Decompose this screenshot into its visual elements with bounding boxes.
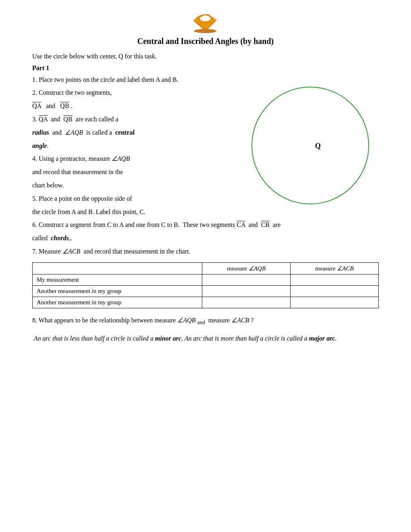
row1-label: My measurement bbox=[33, 274, 202, 285]
angle-word: angle bbox=[32, 142, 47, 149]
step7: 7. Measure ∠ACB and record that measurem… bbox=[32, 247, 379, 257]
page-title: Central and Inscribed Angles (by hand) bbox=[32, 37, 379, 46]
arc-note: An arc that is less than half a circle i… bbox=[32, 333, 379, 344]
row1-col2 bbox=[202, 274, 291, 285]
row3-col3 bbox=[291, 297, 379, 308]
central-word: central bbox=[115, 129, 135, 136]
circle-diagram: Q bbox=[246, 83, 375, 212]
svg-point-5 bbox=[252, 87, 369, 204]
col3-header: measure ∠ACB bbox=[291, 262, 379, 274]
table-row: My measurement bbox=[33, 274, 379, 285]
row3-label: Another measurement in my group bbox=[33, 297, 202, 308]
header bbox=[32, 12, 379, 34]
angle-aqb: ∠AQB bbox=[65, 129, 83, 136]
q8-text: 8. What appears to be the relationship b… bbox=[32, 316, 379, 327]
step3-radius: radius and ∠AQB is called a central bbox=[32, 128, 238, 138]
segments: QA and QB . bbox=[32, 101, 238, 111]
svg-text:Q: Q bbox=[315, 142, 321, 150]
circle-svg: Q bbox=[246, 83, 375, 212]
svg-point-4 bbox=[203, 15, 208, 18]
seg-cb: CB bbox=[261, 221, 270, 228]
table-row: Another measurement in my group bbox=[33, 297, 379, 308]
seg-qa2: QA bbox=[39, 116, 48, 123]
seg-qa: QA bbox=[32, 102, 41, 109]
row1-col3 bbox=[291, 274, 379, 285]
row3-col2 bbox=[202, 297, 291, 308]
row2-col2 bbox=[202, 285, 291, 297]
bottom-section: 8. What appears to be the relationship b… bbox=[32, 316, 379, 343]
table-row: Another measurement in my group bbox=[33, 285, 379, 297]
radius-word: radius bbox=[32, 129, 49, 136]
intro-line: Use the circle below with center, Q for … bbox=[32, 52, 379, 62]
step2: 2. Construct the two segments, bbox=[32, 88, 238, 98]
seg-qb: QB bbox=[60, 102, 69, 109]
step6: 6. Construct a segment from C to A and o… bbox=[32, 220, 379, 230]
chords-word: chords bbox=[51, 235, 68, 241]
step1: 1. Place two points on the circle and la… bbox=[32, 75, 238, 85]
col2-header: measure ∠AQB bbox=[202, 262, 291, 274]
table-header-row: measure ∠AQB measure ∠ACB bbox=[33, 262, 379, 274]
right-column: Q bbox=[242, 75, 379, 220]
left-column: 1. Place two points on the circle and la… bbox=[32, 75, 242, 220]
seg-ca: CA bbox=[237, 221, 245, 228]
q8-and: and bbox=[197, 319, 205, 325]
step5a: 5. Place a point on the opposite side of bbox=[32, 194, 238, 204]
part-label: Part 1 bbox=[32, 63, 379, 73]
step5b: the circle from A and B. Label this poin… bbox=[32, 207, 238, 217]
step4c: chart below. bbox=[32, 181, 238, 191]
step3: 3. QA and QB are each called a bbox=[32, 114, 238, 125]
row2-label: Another measurement in my group bbox=[33, 285, 202, 297]
measurement-table: measure ∠AQB measure ∠ACB My measurement… bbox=[32, 262, 379, 308]
col1-header bbox=[33, 262, 202, 274]
step4a: 4. Using a protractor, measure ∠AQB bbox=[32, 154, 238, 164]
row2-col3 bbox=[291, 285, 379, 297]
svg-point-0 bbox=[194, 29, 216, 33]
pie-icon bbox=[191, 12, 220, 34]
seg-qb2: QB bbox=[63, 116, 72, 123]
step6b: called chords,. bbox=[32, 233, 379, 243]
step4b: and record that measurement in the bbox=[32, 167, 238, 177]
step3-angle: angle. bbox=[32, 141, 238, 151]
